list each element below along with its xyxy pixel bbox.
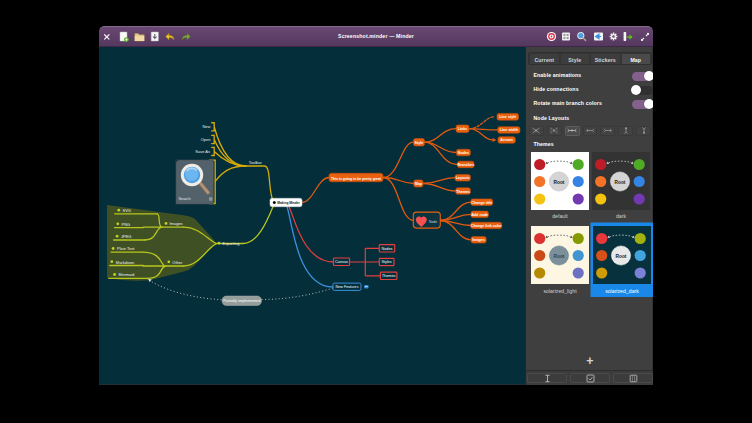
svg-text:Links: Links — [458, 127, 468, 131]
svg-text:SVG: SVG — [123, 208, 131, 213]
svg-text:Images: Images — [170, 221, 183, 226]
svg-text:Node: Node — [429, 220, 437, 224]
svg-text:Open: Open — [201, 137, 211, 142]
svg-text:Making Minder: Making Minder — [277, 201, 300, 205]
svg-text:Change title: Change title — [471, 201, 492, 205]
svg-text:Add node: Add node — [471, 213, 488, 217]
svg-text:Layouts: Layouts — [456, 176, 470, 180]
svg-text:Plain Text: Plain Text — [117, 246, 135, 251]
svg-text:PNG: PNG — [122, 222, 131, 227]
svg-text:Line width: Line width — [500, 128, 518, 132]
svg-text:Canvas: Canvas — [335, 260, 348, 264]
svg-text:Root: Root — [554, 254, 565, 259]
svg-text:Line style: Line style — [499, 115, 516, 119]
svg-text:Images: Images — [472, 238, 485, 242]
svg-text:solarized_light: solarized_light — [543, 288, 577, 294]
svg-text:dark: dark — [616, 213, 626, 219]
svg-text:Root: Root — [554, 180, 565, 185]
svg-text:Themes: Themes — [382, 274, 396, 278]
svg-text:Nodes: Nodes — [382, 247, 393, 251]
svg-text:JPEG: JPEG — [121, 234, 131, 239]
svg-text:Save As: Save As — [195, 149, 210, 154]
svg-text:Mermaid: Mermaid — [119, 272, 135, 277]
svg-text:Other: Other — [172, 260, 183, 265]
svg-text:This is going to be pretty gre: This is going to be pretty great — [331, 176, 382, 181]
svg-text:Nodes: Nodes — [458, 151, 469, 155]
svg-text:Themes: Themes — [456, 190, 470, 194]
svg-text:Arrows: Arrows — [500, 138, 513, 142]
svg-text:Branches: Branches — [457, 163, 474, 167]
svg-text:Map: Map — [415, 182, 423, 186]
svg-text:Style: Style — [415, 141, 424, 145]
svg-text:Markdown: Markdown — [116, 260, 134, 265]
svg-text:Root: Root — [616, 254, 627, 259]
svg-text:Root: Root — [615, 180, 626, 185]
svg-text:Search: Search — [179, 197, 191, 201]
svg-text:Styles: Styles — [381, 260, 391, 264]
svg-text:solarized_dark: solarized_dark — [605, 288, 639, 294]
svg-text:New: New — [202, 124, 210, 129]
svg-text:default: default — [552, 213, 568, 219]
svg-text:Partially implemented: Partially implemented — [223, 298, 260, 303]
svg-text:Exporting: Exporting — [223, 241, 240, 246]
svg-text:Change link color: Change link color — [471, 224, 503, 228]
svg-text:Toolbar: Toolbar — [249, 160, 263, 165]
svg-text:New Features: New Features — [336, 285, 359, 289]
